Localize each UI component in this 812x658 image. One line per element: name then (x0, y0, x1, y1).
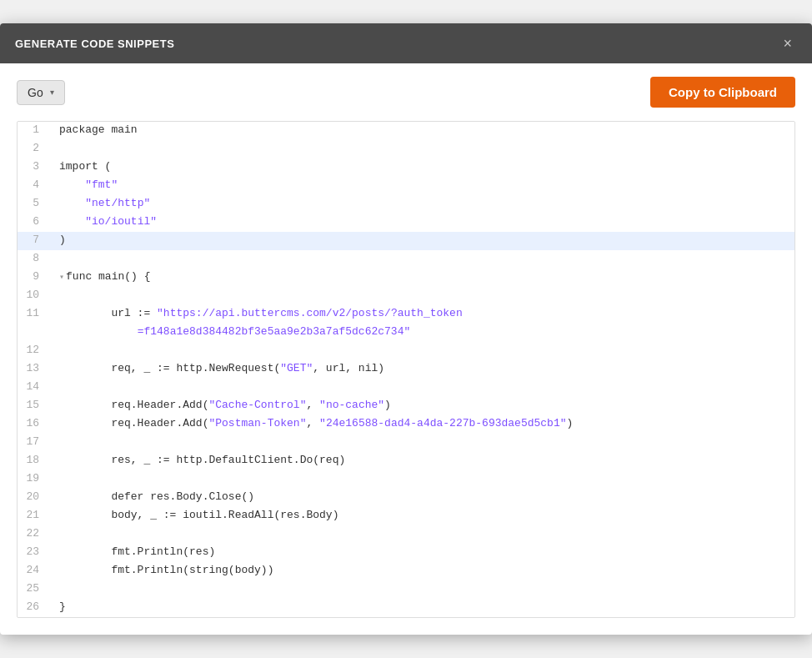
table-row: 3 import ( (18, 158, 794, 177)
table-row: 22 (18, 525, 794, 544)
table-row: 15 req.Header.Add("Cache-Control", "no-c… (18, 397, 794, 415)
line-number: 4 (18, 177, 51, 195)
line-number: 25 (18, 580, 51, 599)
line-number: 6 (18, 213, 51, 232)
line-code: ▾func main() { (51, 269, 794, 287)
table-row: 26 } (18, 599, 794, 617)
line-code (51, 470, 794, 489)
table-row: 11 url := "https://api.buttercms.com/v2/… (18, 305, 794, 324)
line-code: } (51, 599, 794, 617)
line-number: 5 (18, 195, 51, 213)
line-number: 12 (18, 342, 51, 360)
table-row: =f148a1e8d384482bf3e5aa9e2b3a7af5dc62c73… (18, 324, 794, 342)
line-number: 2 (18, 140, 51, 158)
modal-container: GENERATE CODE SNIPPETS × Go ▾ Copy to Cl… (0, 23, 812, 635)
line-number: 9 (18, 269, 51, 287)
table-row: 4 "fmt" (18, 177, 794, 195)
copy-to-clipboard-button[interactable]: Copy to Clipboard (650, 77, 795, 108)
table-row: 1 package main (18, 122, 794, 140)
line-number: 11 (18, 305, 51, 324)
line-number: 14 (18, 379, 51, 397)
line-number: 19 (18, 470, 51, 489)
code-container: 1 package main 2 3 import ( 4 "fmt" 5 (17, 121, 795, 618)
line-number: 1 (18, 122, 51, 140)
line-code (51, 250, 794, 269)
toolbar: Go ▾ Copy to Clipboard (0, 63, 812, 121)
language-selector[interactable]: Go ▾ (17, 80, 65, 105)
table-row: 14 (18, 379, 794, 397)
line-number: 18 (18, 452, 51, 470)
line-code: import ( (51, 158, 794, 177)
table-row: 6 "io/ioutil" (18, 213, 794, 232)
line-code: req, _ := http.NewRequest("GET", url, ni… (51, 360, 794, 379)
line-code: package main (51, 122, 794, 140)
close-button[interactable]: × (778, 33, 797, 54)
line-code: body, _ := ioutil.ReadAll(res.Body) (51, 507, 794, 525)
line-code: req.Header.Add("Cache-Control", "no-cach… (51, 397, 794, 415)
table-row: 20 defer res.Body.Close() (18, 489, 794, 507)
line-code: "io/ioutil" (51, 213, 794, 232)
line-number: 26 (18, 599, 51, 617)
table-row: 18 res, _ := http.DefaultClient.Do(req) (18, 452, 794, 470)
table-row: 13 req, _ := http.NewRequest("GET", url,… (18, 360, 794, 379)
modal-title: GENERATE CODE SNIPPETS (15, 38, 174, 50)
line-code: url := "https://api.buttercms.com/v2/pos… (51, 305, 794, 324)
table-row: 23 fmt.Println(res) (18, 544, 794, 562)
table-row: 5 "net/http" (18, 195, 794, 213)
line-code: res, _ := http.DefaultClient.Do(req) (51, 452, 794, 470)
line-number (18, 324, 51, 342)
line-number: 22 (18, 525, 51, 544)
line-code (51, 379, 794, 397)
line-code: "net/http" (51, 195, 794, 213)
line-code: "fmt" (51, 177, 794, 195)
line-code: fmt.Println(string(body)) (51, 562, 794, 580)
language-label: Go (28, 86, 43, 99)
line-code (51, 342, 794, 360)
table-row: 25 (18, 580, 794, 599)
table-row: 9 ▾func main() { (18, 269, 794, 287)
modal-header: GENERATE CODE SNIPPETS × (0, 23, 812, 63)
table-row: 16 req.Header.Add("Postman-Token", "24e1… (18, 415, 794, 434)
line-number: 24 (18, 562, 51, 580)
table-row: 21 body, _ := ioutil.ReadAll(res.Body) (18, 507, 794, 525)
line-number: 3 (18, 158, 51, 177)
table-row: 17 (18, 434, 794, 452)
line-code (51, 287, 794, 305)
line-number: 20 (18, 489, 51, 507)
table-row: 2 (18, 140, 794, 158)
line-number: 15 (18, 397, 51, 415)
table-row: 24 fmt.Println(string(body)) (18, 562, 794, 580)
table-row: 12 (18, 342, 794, 360)
table-row: 8 (18, 250, 794, 269)
line-number: 16 (18, 415, 51, 434)
line-code: =f148a1e8d384482bf3e5aa9e2b3a7af5dc62c73… (51, 324, 794, 342)
line-number: 17 (18, 434, 51, 452)
line-number: 10 (18, 287, 51, 305)
line-code (51, 140, 794, 158)
line-code (51, 580, 794, 599)
line-number: 8 (18, 250, 51, 269)
line-code (51, 434, 794, 452)
code-table: 1 package main 2 3 import ( 4 "fmt" 5 (18, 122, 794, 617)
line-code (51, 525, 794, 544)
line-code: ) (51, 232, 794, 250)
line-code: fmt.Println(res) (51, 544, 794, 562)
line-code: req.Header.Add("Postman-Token", "24e1658… (51, 415, 794, 434)
chevron-down-icon: ▾ (50, 88, 54, 97)
line-number: 7 (18, 232, 51, 250)
table-row: 10 (18, 287, 794, 305)
line-number: 13 (18, 360, 51, 379)
table-row: 19 (18, 470, 794, 489)
table-row: 7 ) (18, 232, 794, 250)
line-number: 21 (18, 507, 51, 525)
line-code: defer res.Body.Close() (51, 489, 794, 507)
line-number: 23 (18, 544, 51, 562)
